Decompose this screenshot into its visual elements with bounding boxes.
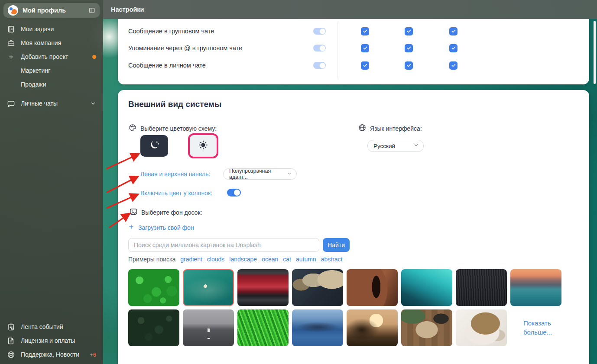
bg-thumbnail-selected[interactable] (183, 269, 234, 306)
bg-thumbnail[interactable] (237, 309, 289, 346)
notification-checkbox[interactable] (449, 44, 457, 52)
board-background-label: Выберите фон досок: (141, 209, 202, 216)
notification-row-label: Сообщение в личном чате (128, 62, 206, 69)
search-examples-row: Примеры поиска gradient clouds landscape… (128, 256, 342, 263)
sidebar-item-license-payments[interactable]: Лицензия и оплаты (0, 334, 103, 348)
sidebar-item-label: Добавить проект (21, 53, 68, 60)
sidebar-item-label: Поддержка, Новости (21, 351, 79, 358)
bg-thumbnail[interactable] (401, 269, 452, 306)
sidebar-item-my-company[interactable]: Моя компания (0, 36, 103, 50)
profile-label: Мой профиль (23, 7, 66, 14)
sidebar: Мой профиль Мои задачи Моя компания Доба… (0, 0, 103, 364)
example-link-clouds[interactable]: clouds (207, 256, 224, 263)
chevron-down-icon[interactable] (90, 100, 96, 106)
bg-thumbnail[interactable] (292, 309, 343, 346)
sidebar-item-sales[interactable]: Продажи (0, 77, 103, 91)
notifications-card: Сообщение в групповом чате Упоминание че… (118, 19, 589, 84)
sidebar-item-label: Маркетинг (21, 67, 50, 74)
color-scheme-label: Выберите цветовую схему: (140, 125, 217, 132)
palette-icon (128, 123, 137, 133)
sidebar-item-personal-chats[interactable]: Личные чаты (0, 97, 103, 110)
plus-icon (7, 53, 15, 61)
language-select[interactable]: Русский (367, 140, 424, 152)
tasks-icon (7, 25, 15, 33)
notification-checkbox[interactable] (449, 61, 457, 70)
panel-style-select[interactable]: Полупрозрачная адапт... (223, 168, 297, 180)
chevron-down-icon (287, 171, 292, 177)
sidebar-item-label: Лицензия и оплаты (21, 337, 75, 344)
bg-thumbnail[interactable] (128, 269, 179, 306)
notification-checkbox[interactable] (449, 27, 457, 35)
example-link-cat[interactable]: cat (283, 256, 291, 263)
notification-checkbox[interactable] (405, 61, 413, 70)
globe-icon (358, 123, 367, 133)
color-scheme-label-row: Выберите цветовую схему: (128, 123, 217, 133)
sidebar-item-label: Личные чаты (21, 100, 58, 107)
sun-icon (198, 139, 209, 152)
theme-light-button-selected[interactable] (188, 133, 218, 158)
bg-thumbnail[interactable] (456, 309, 507, 346)
notification-row-label: Упоминание через @ в групповом чате (128, 45, 242, 52)
bg-thumbnail[interactable] (401, 309, 452, 346)
sidebar-item-my-profile[interactable]: Мой профиль (3, 3, 100, 18)
license-icon (7, 337, 15, 345)
scrollbar[interactable] (594, 21, 596, 84)
sidebar-item-label: Мои задачи (21, 26, 54, 32)
top-bar: Настройки (103, 0, 597, 19)
bg-thumbnail[interactable] (456, 269, 507, 306)
section-title: Внешний вид системы (128, 100, 221, 109)
bg-thumbnail[interactable] (292, 269, 343, 306)
upload-background-link[interactable]: Загрузить свой фон (128, 224, 194, 231)
notification-toggle[interactable] (313, 45, 326, 52)
language-label-row: Язык интерфейса: (358, 123, 422, 133)
notification-row: Сообщение в личном чате (128, 60, 579, 71)
bg-thumbnail[interactable] (347, 269, 398, 306)
board-background-label-row: Выберите фон досок: (129, 207, 202, 217)
appearance-card: Внешний вид системы Выберите цветовую сх… (118, 90, 589, 364)
sidebar-item-marketing[interactable]: Маркетинг (0, 64, 103, 77)
app-logo (8, 5, 18, 16)
example-link-autumn[interactable]: autumn (296, 256, 316, 263)
bg-thumbnail[interactable] (237, 269, 289, 306)
notification-checkbox[interactable] (361, 27, 369, 35)
support-lifebuoy-icon (7, 351, 15, 359)
moon-icon (148, 139, 160, 153)
column-color-label: Включить цвет у колонок: (140, 190, 212, 196)
show-more-link[interactable]: Показать больше... (510, 309, 561, 346)
language-label: Язык интерфейса: (370, 125, 422, 132)
sidebar-item-support-news[interactable]: Поддержка, Новости +6 (0, 348, 103, 361)
sidebar-collapse-icon[interactable] (88, 7, 95, 14)
theme-dark-button[interactable] (140, 135, 168, 157)
notification-checkbox[interactable] (361, 61, 369, 70)
sidebar-item-label: Моя компания (21, 39, 61, 46)
unsplash-search-input[interactable] (128, 238, 319, 252)
sidebar-item-event-feed[interactable]: Лента событий (0, 320, 103, 334)
bg-thumbnail[interactable] (510, 269, 561, 306)
notification-row-label: Сообщение в групповом чате (128, 28, 214, 35)
notification-row: Упоминание через @ в групповом чате (128, 43, 579, 53)
example-link-abstract[interactable]: abstract (321, 256, 343, 263)
bg-thumbnail[interactable] (183, 309, 234, 346)
column-color-toggle[interactable] (227, 189, 241, 196)
support-badge: +6 (90, 351, 96, 358)
notification-checkbox[interactable] (361, 44, 369, 52)
panel-style-label: Левая и верхняя панель: (140, 171, 210, 177)
example-link-ocean[interactable]: ocean (262, 256, 278, 263)
upload-background-label: Загрузить свой фон (138, 224, 194, 231)
example-link-gradient[interactable]: gradient (180, 256, 202, 263)
bg-thumbnail[interactable] (128, 309, 179, 346)
bg-thumbnail[interactable] (347, 309, 398, 346)
background-thumbnails-grid: Показать больше... (128, 269, 561, 346)
example-link-landscape[interactable]: landscape (229, 256, 257, 263)
panel-style-value: Полупрозрачная адапт... (229, 168, 287, 180)
notification-checkbox[interactable] (405, 27, 413, 35)
notification-toggle[interactable] (313, 62, 326, 69)
notification-toggle[interactable] (313, 28, 326, 35)
sidebar-item-my-tasks[interactable]: Мои задачи (0, 22, 103, 36)
image-icon (129, 207, 138, 217)
examples-label: Примеры поиска (128, 256, 175, 263)
notification-checkbox[interactable] (405, 44, 413, 52)
search-button[interactable]: Найти (323, 238, 350, 252)
sidebar-item-add-project[interactable]: Добавить проект (0, 50, 103, 64)
language-value: Русский (373, 143, 395, 149)
